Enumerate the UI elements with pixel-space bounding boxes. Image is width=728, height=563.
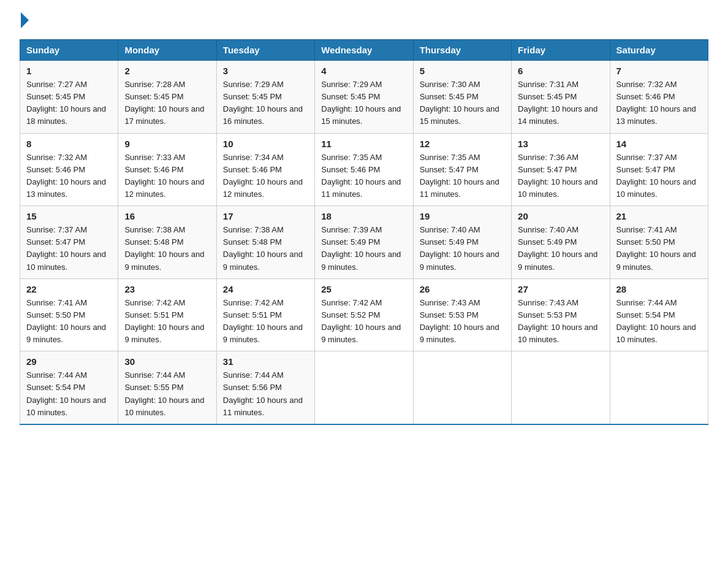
day-info: Sunrise: 7:42 AMSunset: 5:51 PMDaylight:… [124,297,210,347]
col-header-monday: Monday [118,40,216,61]
day-number: 13 [518,139,603,149]
day-cell: 31Sunrise: 7:44 AMSunset: 5:56 PMDayligh… [216,351,314,424]
day-cell: 27Sunrise: 7:43 AMSunset: 5:53 PMDayligh… [512,278,610,351]
day-number: 9 [124,139,210,149]
day-cell: 2Sunrise: 7:28 AMSunset: 5:45 PMDaylight… [118,61,216,134]
day-info: Sunrise: 7:35 AMSunset: 5:47 PMDaylight:… [420,151,505,201]
day-number: 16 [124,211,210,221]
day-info: Sunrise: 7:42 AMSunset: 5:52 PMDaylight:… [321,297,406,347]
day-cell [315,351,413,424]
day-cell: 4Sunrise: 7:29 AMSunset: 5:45 PMDaylight… [315,61,413,134]
day-number: 24 [223,284,308,294]
day-info: Sunrise: 7:44 AMSunset: 5:54 PMDaylight:… [616,297,702,347]
day-info: Sunrise: 7:28 AMSunset: 5:45 PMDaylight:… [124,79,210,128]
day-cell: 15Sunrise: 7:37 AMSunset: 5:47 PMDayligh… [20,206,118,279]
day-info: Sunrise: 7:41 AMSunset: 5:50 PMDaylight:… [26,297,112,347]
day-number: 12 [420,139,505,149]
day-number: 8 [26,139,112,149]
day-info: Sunrise: 7:40 AMSunset: 5:49 PMDaylight:… [518,224,603,274]
day-cell: 5Sunrise: 7:30 AMSunset: 5:45 PMDaylight… [413,61,511,134]
day-cell: 21Sunrise: 7:41 AMSunset: 5:50 PMDayligh… [610,206,708,279]
day-number: 15 [26,211,112,221]
day-info: Sunrise: 7:39 AMSunset: 5:49 PMDaylight:… [321,224,406,274]
day-info: Sunrise: 7:31 AMSunset: 5:45 PMDaylight:… [518,79,603,128]
day-cell: 10Sunrise: 7:34 AMSunset: 5:46 PMDayligh… [216,133,314,206]
day-info: Sunrise: 7:30 AMSunset: 5:45 PMDaylight:… [420,79,505,128]
day-number: 23 [124,284,210,294]
day-info: Sunrise: 7:44 AMSunset: 5:54 PMDaylight:… [26,369,112,419]
day-cell: 19Sunrise: 7:40 AMSunset: 5:49 PMDayligh… [413,206,511,279]
day-number: 30 [124,356,210,367]
day-info: Sunrise: 7:43 AMSunset: 5:53 PMDaylight:… [518,297,603,347]
day-cell: 22Sunrise: 7:41 AMSunset: 5:50 PMDayligh… [20,278,118,351]
day-cell: 12Sunrise: 7:35 AMSunset: 5:47 PMDayligh… [413,133,511,206]
day-number: 20 [518,211,603,221]
day-cell: 9Sunrise: 7:33 AMSunset: 5:46 PMDaylight… [118,133,216,206]
day-number: 10 [223,139,308,149]
day-cell: 29Sunrise: 7:44 AMSunset: 5:54 PMDayligh… [20,351,118,424]
col-header-saturday: Saturday [610,40,708,61]
day-cell: 28Sunrise: 7:44 AMSunset: 5:54 PMDayligh… [610,278,708,351]
week-row-1: 1Sunrise: 7:27 AMSunset: 5:45 PMDaylight… [20,61,708,134]
day-cell: 23Sunrise: 7:42 AMSunset: 5:51 PMDayligh… [118,278,216,351]
logo-triangle-icon [21,12,29,28]
day-cell: 18Sunrise: 7:39 AMSunset: 5:49 PMDayligh… [315,206,413,279]
day-info: Sunrise: 7:44 AMSunset: 5:55 PMDaylight:… [124,369,210,419]
day-number: 5 [420,66,505,76]
header-row: SundayMondayTuesdayWednesdayThursdayFrid… [20,40,708,61]
day-info: Sunrise: 7:33 AMSunset: 5:46 PMDaylight:… [124,151,210,201]
col-header-thursday: Thursday [413,40,511,61]
day-cell: 13Sunrise: 7:36 AMSunset: 5:47 PMDayligh… [512,133,610,206]
day-number: 1 [26,66,112,76]
day-cell: 3Sunrise: 7:29 AMSunset: 5:45 PMDaylight… [216,61,314,134]
day-cell: 30Sunrise: 7:44 AMSunset: 5:55 PMDayligh… [118,351,216,424]
day-number: 2 [124,66,210,76]
page-header [20,15,708,28]
day-number: 25 [321,284,406,294]
day-number: 31 [223,356,308,367]
day-cell: 17Sunrise: 7:38 AMSunset: 5:48 PMDayligh… [216,206,314,279]
day-number: 21 [616,211,702,221]
day-cell: 7Sunrise: 7:32 AMSunset: 5:46 PMDaylight… [610,61,708,134]
calendar-table: SundayMondayTuesdayWednesdayThursdayFrid… [20,39,708,425]
logo [20,15,30,28]
day-number: 11 [321,139,406,149]
day-cell: 20Sunrise: 7:40 AMSunset: 5:49 PMDayligh… [512,206,610,279]
day-info: Sunrise: 7:32 AMSunset: 5:46 PMDaylight:… [26,151,112,201]
day-cell [610,351,708,424]
day-info: Sunrise: 7:38 AMSunset: 5:48 PMDaylight:… [223,224,308,274]
day-info: Sunrise: 7:43 AMSunset: 5:53 PMDaylight:… [420,297,505,347]
day-info: Sunrise: 7:32 AMSunset: 5:46 PMDaylight:… [616,79,702,128]
day-number: 28 [616,284,702,294]
week-row-4: 22Sunrise: 7:41 AMSunset: 5:50 PMDayligh… [20,278,708,351]
day-cell [413,351,511,424]
day-info: Sunrise: 7:38 AMSunset: 5:48 PMDaylight:… [124,224,210,274]
day-cell: 6Sunrise: 7:31 AMSunset: 5:45 PMDaylight… [512,61,610,134]
day-info: Sunrise: 7:34 AMSunset: 5:46 PMDaylight:… [223,151,308,201]
day-number: 26 [420,284,505,294]
day-cell [512,351,610,424]
day-info: Sunrise: 7:29 AMSunset: 5:45 PMDaylight:… [321,79,406,128]
week-row-5: 29Sunrise: 7:44 AMSunset: 5:54 PMDayligh… [20,351,708,424]
day-info: Sunrise: 7:42 AMSunset: 5:51 PMDaylight:… [223,297,308,347]
day-number: 6 [518,66,603,76]
day-number: 14 [616,139,702,149]
day-cell: 25Sunrise: 7:42 AMSunset: 5:52 PMDayligh… [315,278,413,351]
week-row-3: 15Sunrise: 7:37 AMSunset: 5:47 PMDayligh… [20,206,708,279]
day-info: Sunrise: 7:27 AMSunset: 5:45 PMDaylight:… [26,79,112,128]
day-number: 17 [223,211,308,221]
day-info: Sunrise: 7:35 AMSunset: 5:46 PMDaylight:… [321,151,406,201]
day-cell: 11Sunrise: 7:35 AMSunset: 5:46 PMDayligh… [315,133,413,206]
day-number: 18 [321,211,406,221]
col-header-sunday: Sunday [20,40,118,61]
day-number: 19 [420,211,505,221]
col-header-friday: Friday [512,40,610,61]
day-info: Sunrise: 7:37 AMSunset: 5:47 PMDaylight:… [26,224,112,274]
col-header-tuesday: Tuesday [216,40,314,61]
day-info: Sunrise: 7:29 AMSunset: 5:45 PMDaylight:… [223,79,308,128]
day-number: 4 [321,66,406,76]
day-number: 7 [616,66,702,76]
day-cell: 24Sunrise: 7:42 AMSunset: 5:51 PMDayligh… [216,278,314,351]
day-number: 27 [518,284,603,294]
day-number: 29 [26,356,112,367]
